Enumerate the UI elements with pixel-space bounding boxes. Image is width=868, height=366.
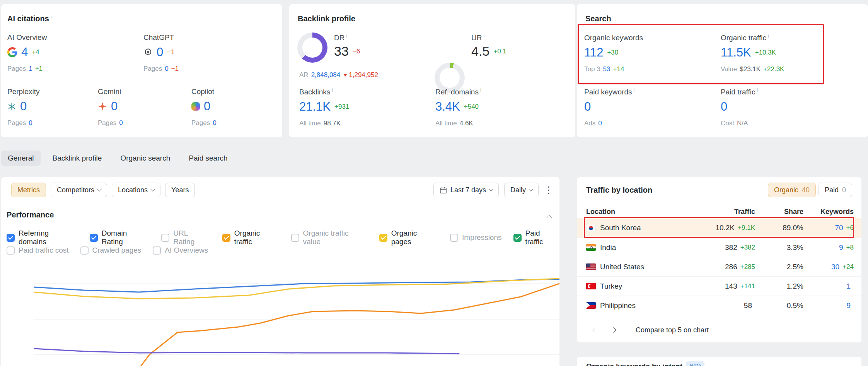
competitors-button[interactable]: Competitors [51,183,107,197]
keywords-value[interactable]: 30 [831,263,839,271]
next-page-icon[interactable] [611,327,616,333]
info-icon[interactable]: i [51,15,52,20]
checkbox-organic-traffic-value[interactable]: Organic traffic value [291,229,368,246]
compare-top5-link[interactable]: Compare top 5 on chart [636,326,709,334]
organic-traffic-stat: Organic traffici 11.5K +10.3K Value$23.1… [721,33,784,73]
tab-paid-search[interactable]: Paid search [182,151,234,166]
pages-value[interactable]: 1 [29,65,32,73]
info-icon[interactable]: i [332,87,333,93]
location-name: South Korea [600,224,641,232]
flag-philippines-icon [586,302,596,309]
refdomains-stat: Ref. domainsi 3.4K +540 All time4.6K [435,87,481,127]
checkbox-ai-overviews[interactable]: AI Overviews [153,246,208,255]
metrics-button[interactable]: Metrics [11,183,46,197]
info-icon[interactable]: i [480,87,481,93]
organic-paid-toggle: Organic40 Paid0 [768,183,852,197]
organic-keywords-change: +30 [607,49,618,56]
traffic-change: +9.1K [738,224,755,232]
chatgpt-value[interactable]: 0 [157,45,163,59]
copilot-stat: Copilot 0 Pages0 [191,87,217,127]
keywords-by-intent-card: Organic keywords by intentBeta [577,357,861,366]
gemini-icon [98,102,107,111]
ai-overview-change: +4 [32,48,39,56]
traffic-value: 143 [725,282,737,291]
keywords-value[interactable]: 1 [846,282,851,291]
metric-checkbox-row-2: Paid traffic cost Crawled pages AI Overv… [7,246,208,255]
ai-overview-value[interactable]: 4 [21,45,28,59]
table-row-india[interactable]: India 382+382 3.3% 9+8 [577,238,861,257]
table-row-turkey[interactable]: Turkey 143+141 1.2% 1 [577,276,861,296]
col-location: Location [586,208,689,216]
pages-value[interactable]: 0 [213,119,216,127]
paid-traffic-value[interactable]: 0 [721,100,727,114]
keywords-value[interactable]: 9 [846,301,851,310]
gemini-value[interactable]: 0 [111,99,118,113]
prev-page-icon[interactable] [592,327,598,333]
keywords-value[interactable]: 9 [839,243,843,252]
perplexity-value[interactable]: 0 [20,99,27,113]
info-icon[interactable]: i [757,87,758,93]
checkbox-paid-traffic-cost[interactable]: Paid traffic cost [7,246,69,255]
dr-label: DR [334,34,344,42]
alltime-label: All time [435,120,457,127]
checkbox-organic-pages[interactable]: Organic pages [379,229,438,246]
checkbox-icon [222,234,230,242]
traffic-value: 10.2K [715,224,735,232]
pages-value[interactable]: 0 [165,65,168,73]
table-row-south-korea[interactable]: South Korea 10.2K+9.1K 89.0% 70+6 [577,218,861,238]
traffic-change: +382 [740,244,755,251]
tab-backlink-profile[interactable]: Backlink profile [46,151,109,166]
table-row-philippines[interactable]: Philippines 58 0.5% 9 [577,296,861,315]
pages-value[interactable]: 0 [119,119,123,127]
pages-value[interactable]: 0 [29,119,32,127]
granularity-button[interactable]: Daily [504,183,539,197]
tab-organic-search[interactable]: Organic search [114,151,177,166]
organic-traffic-label: Organic traffic [721,34,766,42]
years-button[interactable]: Years [165,183,195,197]
ar-change: 1,294,952 [349,71,378,79]
checkbox-referring-domains[interactable]: Referring domains [7,229,78,246]
col-traffic: Traffic [689,208,755,216]
toolbar-right: Last 7 days Daily ⋮ [433,183,553,197]
paid-toggle-button[interactable]: Paid0 [819,183,852,197]
tab-general[interactable]: General [1,151,41,166]
checkbox-crawled-pages[interactable]: Crawled pages [80,246,142,255]
date-range-button[interactable]: Last 7 days [433,183,499,197]
gemini-label: Gemini [98,87,123,96]
value-change: +22.3K [763,65,784,73]
info-icon[interactable]: i [346,33,347,39]
pages-change: +1 [35,65,43,73]
checkbox-domain-rating[interactable]: Domain Rating [90,229,150,246]
locations-button[interactable]: Locations [112,183,160,197]
backlinks-value[interactable]: 21.1K [299,100,331,114]
refdomains-value[interactable]: 3.4K [435,100,460,114]
checkbox-paid-traffic[interactable]: Paid traffic [513,229,560,246]
paid-keywords-value[interactable]: 0 [584,100,591,114]
pages-change: −1 [171,65,179,73]
cost-label: Cost [721,120,734,127]
info-icon[interactable]: i [645,33,646,39]
checkbox-impressions[interactable]: Impressions [450,233,501,242]
info-icon[interactable]: i [483,33,484,39]
organic-keywords-value[interactable]: 112 [584,46,603,60]
kebab-menu-icon[interactable]: ⋮ [544,185,553,195]
ads-value[interactable]: 0 [598,120,602,127]
top3-value[interactable]: 53 [603,65,610,73]
ar-value[interactable]: 2,848,084 [311,71,341,79]
flag-united-states-icon [586,263,596,270]
performance-chart[interactable] [34,272,559,366]
checkbox-url-rating[interactable]: URL Rating [161,229,211,246]
table-row-united-states[interactable]: United States 286+285 2.5% 30+24 [577,257,861,276]
organic-toggle-button[interactable]: Organic40 [768,183,816,197]
collapse-icon[interactable] [546,215,553,221]
keywords-value[interactable]: 70 [835,224,843,232]
info-icon[interactable]: i [634,87,635,93]
copilot-value[interactable]: 0 [204,99,210,113]
chevron-down-icon [489,187,493,191]
organic-traffic-value[interactable]: 11.5K [721,46,751,60]
info-icon[interactable]: i [768,33,769,39]
ar-row: AR 2,848,084 1,294,952 [299,71,378,79]
value-amount: $23.1K [740,65,761,73]
checkbox-organic-traffic[interactable]: Organic traffic [222,229,280,246]
performance-card: Metrics Competitors Locations Years Last… [1,177,559,366]
